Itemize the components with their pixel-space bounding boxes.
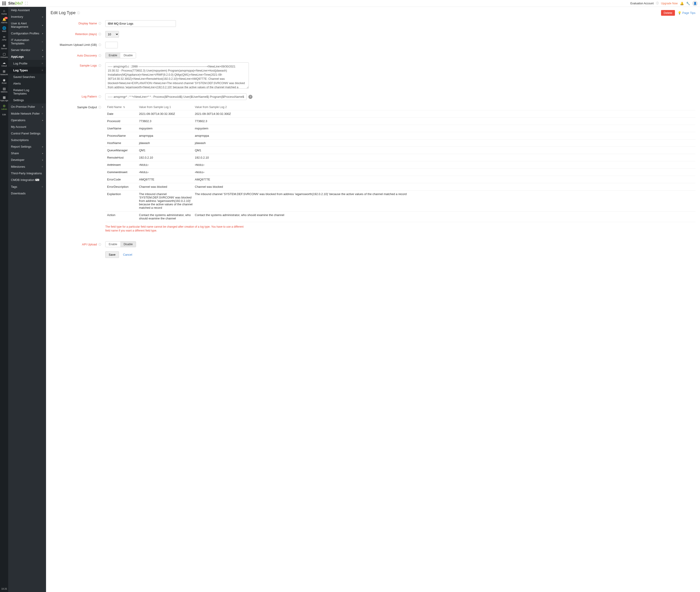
- plus-icon[interactable]: +: [42, 185, 43, 189]
- info-icon[interactable]: ⓘ: [98, 22, 101, 25]
- page-tips-link[interactable]: 💡Page Tips: [678, 11, 695, 14]
- chevron-down-icon: ▾: [42, 55, 43, 58]
- cancel-link[interactable]: Cancel: [123, 253, 132, 256]
- table-row: ExplantionThe inbound channel 'SYSTEM.DE…: [105, 190, 695, 211]
- nav-item-cmdb-integration[interactable]: CMDB IntegrationPvt: [8, 177, 46, 183]
- info-icon[interactable]: ⓘ: [98, 43, 101, 47]
- nav-item-my-account[interactable]: My Account: [8, 124, 46, 130]
- cell-v1: -NULL-: [139, 170, 195, 174]
- delete-button[interactable]: Delete: [661, 10, 675, 16]
- disable-button[interactable]: Disable: [120, 53, 136, 58]
- log-pattern-input[interactable]: [105, 93, 247, 100]
- nav-item-tags[interactable]: Tags+: [8, 183, 46, 190]
- display-name-label: Display Name ⓘ: [51, 20, 105, 26]
- info-icon[interactable]: ⓘ: [98, 54, 101, 57]
- nav-label: Alerts: [13, 82, 21, 85]
- help-icon[interactable]: ?: [248, 95, 252, 99]
- nav-item-configuration-profiles[interactable]: Configuration Profiles▸: [8, 30, 46, 37]
- nav-item-user-alert-management[interactable]: User & Alert Management▸: [8, 20, 46, 30]
- wrench-icon[interactable]: 🔧: [686, 2, 690, 5]
- nav-item-help-assistant[interactable]: Help Assistant: [8, 7, 46, 13]
- info-icon[interactable]: ⓘ: [98, 33, 101, 36]
- enable-button[interactable]: Enable: [105, 53, 120, 58]
- rail-label: AppLogs: [0, 99, 8, 102]
- nav-item-developer[interactable]: Developer▸: [8, 156, 46, 163]
- rail-item-web[interactable]: 🌐Web: [0, 25, 8, 34]
- rail-icon: ⚙: [3, 104, 6, 107]
- rail-item-alarms[interactable]: 🔔Alarms28: [0, 16, 8, 25]
- nav-label: Subscriptions: [11, 138, 29, 142]
- rail-item-metrics[interactable]: ▤Metrics: [0, 86, 8, 94]
- sample-logs-textarea[interactable]: [105, 62, 249, 89]
- info-icon[interactable]: ⓘ: [656, 1, 659, 5]
- rail-label: APM: [2, 39, 6, 41]
- cell-field: ProcessId: [107, 119, 139, 123]
- display-name-input[interactable]: [105, 20, 176, 27]
- col-sample1: Value from Sample Log 1: [139, 105, 195, 109]
- info-icon[interactable]: ⓘ: [98, 243, 101, 246]
- cell-v1: amqrmppa: [139, 134, 195, 137]
- sort-icon[interactable]: ⇅: [123, 106, 125, 109]
- rail-item-edit[interactable]: Edit: [0, 112, 8, 117]
- nav-item-log-types[interactable]: Log Types+: [8, 67, 46, 73]
- upload-limit-input[interactable]: [105, 42, 118, 48]
- upgrade-link[interactable]: Upgrade Now: [661, 2, 678, 5]
- rail-item-cloud[interactable]: ☁Cloud: [0, 60, 8, 68]
- cell-v1: 2021-09-30T14:30:32.300Z: [139, 112, 195, 115]
- nav-item-downloads[interactable]: Downloads: [8, 190, 46, 197]
- enable-button[interactable]: Enable: [105, 242, 120, 247]
- disable-button[interactable]: Disable: [120, 242, 136, 247]
- retention-select[interactable]: 10: [105, 31, 119, 38]
- notification-icon[interactable]: 🔔: [680, 2, 684, 5]
- nav-item-it-automation-templates[interactable]: IT Automation Templates+: [8, 37, 46, 47]
- plus-icon[interactable]: +: [42, 165, 43, 168]
- rail-item-server[interactable]: ≣Server: [0, 42, 8, 51]
- nav-item-log-profile[interactable]: Log Profile+: [8, 60, 46, 67]
- nav-item-share[interactable]: Share▸: [8, 150, 46, 156]
- rail-item-admin[interactable]: ⚙Admin: [0, 103, 8, 112]
- nav-item-on-premise-poller[interactable]: On-Premise Poller▸: [8, 103, 46, 110]
- rail-item-applogs[interactable]: ▦AppLogs: [0, 94, 8, 103]
- info-icon[interactable]: ⓘ: [98, 106, 101, 109]
- info-icon[interactable]: ⓘ: [98, 64, 101, 67]
- nav-item-settings[interactable]: Settings: [8, 97, 46, 103]
- info-icon[interactable]: ⓘ: [77, 11, 80, 15]
- info-icon[interactable]: ⓘ: [98, 95, 101, 98]
- plus-icon[interactable]: +: [42, 61, 43, 65]
- avatar[interactable]: 👤: [692, 1, 698, 6]
- nav-item-control-panel-settings[interactable]: Control Panel Settings: [8, 130, 46, 137]
- cell-v2: -NULL-: [195, 163, 694, 166]
- nav-item-milestones[interactable]: Milestones+: [8, 163, 46, 170]
- nav-item-server-monitor[interactable]: Server Monitor▸: [8, 47, 46, 53]
- table-row: ErrorCodeAMQ9777EAMQ9777E: [105, 176, 695, 183]
- nav-item-applogs[interactable]: AppLogs▾: [8, 53, 46, 60]
- nav-item-operations[interactable]: Operations▸: [8, 117, 46, 124]
- plus-icon[interactable]: +: [42, 40, 43, 44]
- nav-item-inventory[interactable]: Inventory▸: [8, 13, 46, 20]
- expand-icon[interactable]: ⛶: [25, 2, 28, 5]
- auto-discovery-toggle: Enable Disable: [105, 52, 136, 58]
- nav-item-report-settings[interactable]: Report Settings▸: [8, 143, 46, 150]
- logo-text-b: 24x7: [15, 1, 23, 5]
- plus-icon[interactable]: +: [42, 68, 43, 72]
- table-row: ErrorDescriptionChannel was blockedChann…: [105, 183, 695, 190]
- form: Display Name ⓘ Retention (days) ⓘ 10 Max…: [46, 18, 700, 269]
- nav-item-third-party-integrations[interactable]: Third-Party Integrations: [8, 170, 46, 177]
- rail-item-home[interactable]: ⌂Home: [0, 8, 8, 16]
- rail-item-rum[interactable]: ◉RUM: [0, 77, 8, 86]
- logo[interactable]: Site24x7: [8, 1, 23, 5]
- nav-item-mobile-network-poller[interactable]: Mobile Network Poller+: [8, 110, 46, 117]
- rail-item-apm[interactable]: ∞APM: [0, 34, 8, 42]
- nav-label: Saved Searches: [13, 75, 35, 79]
- rail-icon: ⊞: [3, 70, 5, 73]
- nav-item-subscriptions[interactable]: Subscriptions: [8, 137, 46, 143]
- nav-item-related-log-templates[interactable]: Related Log Templates: [8, 87, 46, 97]
- rail-icon: 🌐: [2, 27, 6, 30]
- rail-item-vmware[interactable]: ▢VMware: [0, 51, 8, 60]
- save-button[interactable]: Save: [105, 251, 119, 258]
- rail-item-network[interactable]: ⊞Network: [0, 68, 8, 77]
- apps-grid-icon[interactable]: [2, 2, 6, 5]
- nav-item-alerts[interactable]: Alerts: [8, 80, 46, 87]
- plus-icon[interactable]: +: [42, 112, 43, 115]
- nav-item-saved-searches[interactable]: Saved Searches: [8, 73, 46, 80]
